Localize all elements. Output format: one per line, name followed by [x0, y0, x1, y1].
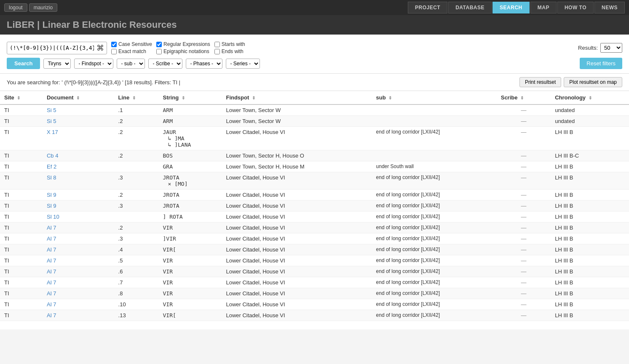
starts-with-checkbox[interactable] [214, 42, 220, 47]
cell-string: JAUR↳ ]MA↳ ]LANA [159, 127, 222, 150]
regular-expressions-label[interactable]: Regular Expressions [156, 41, 210, 47]
starts-with-label[interactable]: Starts with [214, 41, 245, 47]
print-resultset-button[interactable]: Print resultset [519, 77, 561, 87]
nav-btn-database[interactable]: DATABASE [448, 2, 492, 13]
filter-scribe-select[interactable]: - Scribe - [148, 59, 182, 69]
results-info-bar: You are searching for: ' (!\*[0-9]{3})|(… [0, 74, 629, 91]
user-button[interactable]: maurizio [29, 3, 57, 12]
cell-chronology: LH III B [551, 299, 629, 310]
cell-string: VIR [159, 277, 222, 288]
regular-expressions-checkbox[interactable] [156, 42, 162, 47]
case-sensitive-checkbox[interactable] [111, 42, 117, 47]
cell-sub: end of long corridor [LXII/42] [372, 277, 497, 288]
cell-document[interactable]: Al 7 [43, 255, 114, 266]
cell-document[interactable]: Al 7 [43, 310, 114, 321]
results-table: Site ⇕ Document ⇕ Line ⇕ String ⇕ Findsp… [0, 91, 629, 321]
checkbox-group-middle: Regular Expressions Epigraphic notations [156, 41, 210, 54]
cell-line: .8 [114, 288, 159, 299]
nav-btn-how-to[interactable]: HOW TO [557, 2, 594, 13]
col-string[interactable]: String ⇕ [159, 91, 222, 104]
cell-document[interactable]: Si 5 [43, 104, 114, 116]
epigraphic-notations-checkbox[interactable] [156, 49, 162, 54]
cell-document[interactable]: Al 7 [43, 299, 114, 310]
col-sub[interactable]: sub ⇕ [372, 91, 497, 104]
cell-string: JROTA [159, 201, 222, 211]
results-per-page-select[interactable]: 50 25 100 [600, 43, 622, 53]
cell-document[interactable]: Sl 9 [43, 201, 114, 211]
nav-btn-search[interactable]: SEARCH [492, 2, 530, 13]
filter-phases-select[interactable]: - Phases - [186, 59, 222, 69]
plot-resultset-button[interactable]: Plot resultset on map [564, 77, 622, 87]
cell-findspot: Lower Citadel, House VI [222, 277, 372, 288]
cell-document[interactable]: Al 7 [43, 266, 114, 277]
top-bar: logout maurizio PROJECTDATABASESEARCHMAP… [0, 0, 629, 15]
cell-document[interactable]: X 17 [43, 127, 114, 150]
cell-document[interactable]: Cb 4 [43, 150, 114, 161]
ends-with-label[interactable]: Ends with [214, 48, 245, 54]
cell-sub: end of long corridor [LXII/42] [372, 201, 497, 211]
cell-site: TI [0, 201, 43, 211]
filter-sub-select[interactable]: - sub - [117, 59, 145, 69]
filter-findspot-select[interactable]: - Findspot - [74, 59, 113, 69]
nav-btn-news[interactable]: NEWS [594, 2, 625, 13]
col-document[interactable]: Document ⇕ [43, 91, 114, 104]
cell-string: ARM [159, 104, 222, 116]
cell-site: TI [0, 211, 43, 222]
cell-document[interactable]: Al 7 [43, 222, 114, 233]
cell-site: TI [0, 150, 43, 161]
cell-findspot: Lower Town, Sector H, House M [222, 161, 372, 172]
col-chronology[interactable]: Chronology ⇕ [551, 91, 629, 104]
col-line[interactable]: Line ⇕ [114, 91, 159, 104]
cell-scribe: — [497, 299, 551, 310]
action-buttons: Print resultset Plot resultset on map [519, 77, 622, 87]
nav-btn-map[interactable]: MAP [530, 2, 557, 13]
cell-string: VIR[ [159, 244, 222, 255]
cell-scribe: — [497, 201, 551, 211]
cell-line: .6 [114, 266, 159, 277]
cell-scribe: — [497, 172, 551, 190]
cell-chronology: LH III B [551, 211, 629, 222]
cell-document[interactable]: Ef 2 [43, 161, 114, 172]
nav-btn-project[interactable]: PROJECT [408, 2, 447, 13]
search-button[interactable]: Search [7, 58, 40, 69]
cell-site: TI [0, 255, 43, 266]
cell-line: .2 [114, 190, 159, 201]
col-site[interactable]: Site ⇕ [0, 91, 43, 104]
cell-document[interactable]: Al 7 [43, 288, 114, 299]
cell-document[interactable]: Si 5 [43, 116, 114, 127]
cell-chronology: LH III B [551, 127, 629, 150]
cell-findspot: Lower Citadel, House VI [222, 310, 372, 321]
search-input[interactable] [10, 45, 94, 51]
cell-document[interactable]: Sl 8 [43, 172, 114, 190]
cell-findspot: Lower Citadel, House VI [222, 211, 372, 222]
ends-with-checkbox[interactable] [214, 49, 220, 54]
exact-match-checkbox[interactable] [111, 49, 117, 54]
cell-document[interactable]: Al 7 [43, 277, 114, 288]
filter-series-select[interactable]: - Series - [226, 59, 260, 69]
table-row: TIAl 7.8VIRLower Citadel, House VIend of… [0, 288, 629, 299]
col-findspot[interactable]: Findspot ⇕ [222, 91, 372, 104]
cell-sub: end of long corridor [LXII/42] [372, 190, 497, 201]
col-scribe[interactable]: Scribe ⇕ [497, 91, 551, 104]
cell-document[interactable]: Al 7 [43, 244, 114, 255]
reset-filters-button[interactable]: Reset filters [580, 58, 622, 69]
cell-scribe: — [497, 222, 551, 233]
case-sensitive-label[interactable]: Case Sensitive [111, 41, 152, 47]
cell-line: .4 [114, 244, 159, 255]
cell-document[interactable]: Sl 9 [43, 190, 114, 201]
cell-site: TI [0, 277, 43, 288]
logout-button[interactable]: logout [4, 3, 27, 12]
cell-document[interactable]: Sl 10 [43, 211, 114, 222]
cell-document[interactable]: Al 7 [43, 233, 114, 244]
filter-site-select[interactable]: Tiryns [43, 59, 71, 69]
cell-site: TI [0, 104, 43, 116]
cell-line: .1 [114, 104, 159, 116]
cell-sub: end of long corridor [LXII/42] [372, 299, 497, 310]
table-row: TIAl 7.6VIRLower Citadel, House VIend of… [0, 266, 629, 277]
cell-sub: end of long corridor [LXII/42] [372, 244, 497, 255]
exact-match-label[interactable]: Exact match [111, 48, 152, 54]
table-row: TISl 9.2JROTALower Citadel, House VIend … [0, 190, 629, 201]
cell-scribe: — [497, 244, 551, 255]
epigraphic-notations-label[interactable]: Epigraphic notations [156, 48, 210, 54]
table-row: TIAl 7.4VIR[Lower Citadel, House VIend o… [0, 244, 629, 255]
